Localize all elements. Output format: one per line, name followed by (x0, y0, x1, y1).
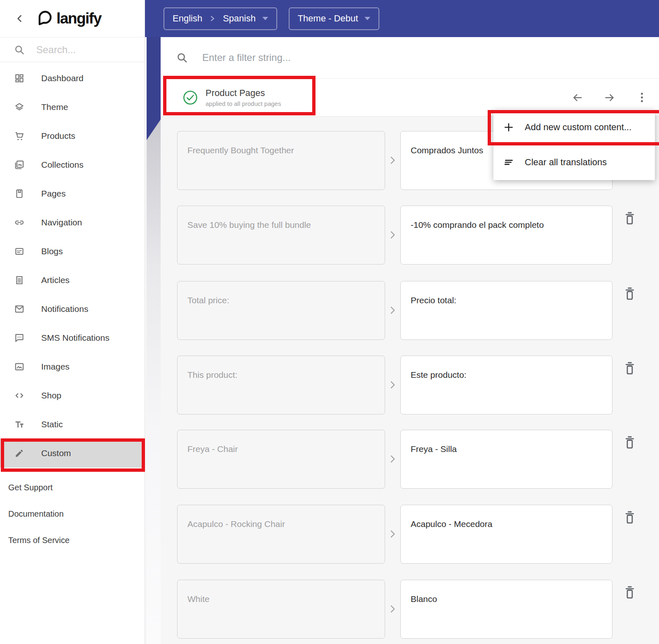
sidebar-item-label: Custom (41, 448, 71, 458)
page-title: Product Pages (206, 88, 281, 98)
delete-row-button[interactable] (623, 435, 637, 451)
chevron-right-icon (387, 229, 398, 240)
translation-row: Freya - Chair Freya - Silla (161, 430, 659, 489)
delete-row-button[interactable] (623, 211, 637, 227)
terms-of-service-link[interactable]: Terms of Service (0, 527, 145, 553)
dropdown-caret-icon (365, 17, 370, 20)
kebab-menu-icon (641, 93, 643, 102)
sidebar-item-collections[interactable]: Collections (0, 150, 145, 179)
target-language-label: Spanish (223, 13, 256, 24)
filter-input[interactable] (202, 52, 532, 63)
sidebar-item-label: Collections (41, 160, 84, 170)
langify-bubble-icon (35, 9, 54, 28)
source-text-box[interactable]: Acapulco - Rocking Chair (177, 505, 385, 564)
delete-row-button[interactable] (623, 286, 637, 302)
sidebar-item-blogs[interactable]: Blogs (0, 237, 145, 266)
langify-logo: langify (35, 9, 101, 28)
translation-row: Total price: Precio total: (161, 281, 659, 340)
delete-row-button[interactable] (623, 361, 637, 377)
add-new-custom-content-menu-item[interactable]: Add new custom content... (493, 110, 655, 145)
translation-row: Save 10% buying the full bundle -10% com… (161, 206, 659, 265)
arrow-right-icon (604, 92, 615, 103)
sidebar-item-label: Dashboard (41, 73, 84, 83)
sidebar-nav: Dashboard Theme Products Collections Pag… (0, 62, 145, 468)
translation-text-box[interactable]: Precio total: (400, 281, 612, 340)
documentation-link[interactable]: Documentation (0, 501, 145, 527)
chevron-right-icon (210, 15, 215, 22)
next-page-button[interactable] (604, 92, 615, 103)
sidebar-item-label: Images (41, 362, 70, 372)
chevron-right-icon (387, 379, 398, 390)
get-support-link[interactable]: Get Support (0, 474, 145, 501)
translation-text-box[interactable]: Este producto: (400, 356, 612, 415)
source-text-box[interactable]: Total price: (177, 281, 385, 340)
source-text-box[interactable]: Save 10% buying the full bundle (177, 206, 385, 265)
translation-text-box[interactable]: Freya - Silla (400, 430, 612, 489)
translation-text-box[interactable]: Acapulco - Mecedora (400, 505, 612, 564)
delete-row-button[interactable] (623, 510, 637, 526)
text-format-icon (14, 419, 25, 430)
topbar: English Spanish Theme - Debut (145, 0, 659, 37)
sidebar-header: langify (0, 0, 145, 37)
search-icon (14, 44, 25, 56)
sidebar-item-dashboard[interactable]: Dashboard (0, 64, 145, 93)
sidebar-item-navigation[interactable]: Navigation (0, 208, 145, 237)
source-text-box[interactable]: White (177, 580, 385, 639)
sidebar-search-input[interactable] (36, 44, 127, 56)
page-subtitle: applied to all product pages (206, 100, 281, 107)
arrow-left-icon (572, 92, 583, 103)
translation-row: White Blanco (161, 580, 659, 639)
language-pair-selector[interactable]: English Spanish (164, 7, 277, 30)
sidebar-item-custom[interactable]: Custom (0, 439, 145, 468)
footer-link-label: Get Support (8, 483, 53, 492)
section-titles: Product Pages applied to all product pag… (206, 88, 281, 107)
sidebar-footer-links: Get Support Documentation Terms of Servi… (0, 474, 145, 553)
chevron-right-icon (387, 529, 398, 539)
sidebar-item-label: Blogs (41, 246, 63, 256)
chevron-right-icon (387, 155, 398, 166)
translation-text-box[interactable]: -10% comprando el pack completo (400, 206, 612, 265)
footer-link-label: Terms of Service (8, 536, 70, 545)
source-text-box[interactable]: This product: (177, 356, 385, 415)
chevron-right-icon (387, 604, 398, 614)
clear-all-translations-menu-item[interactable]: Clear all translations (493, 145, 655, 180)
sidebar: langify Dashboard Theme Products Collect… (0, 0, 145, 644)
blog-card-icon (14, 246, 25, 257)
link-icon (14, 217, 25, 228)
more-options-button[interactable] (636, 92, 647, 103)
indigo-wedge (147, 37, 161, 140)
sidebar-item-label: Articles (41, 275, 70, 285)
source-text-box[interactable]: Frequently Bought Together (177, 131, 385, 190)
back-button[interactable] (12, 11, 27, 26)
translation-row: Acapulco - Rocking Chair Acapulco - Mece… (161, 505, 659, 564)
sidebar-item-label: Products (41, 131, 75, 141)
image-icon (14, 361, 25, 372)
sidebar-item-label: Notifications (41, 304, 88, 314)
sidebar-item-images[interactable]: Images (0, 352, 145, 381)
sidebar-item-static[interactable]: Static (0, 410, 145, 439)
sidebar-item-sms-notifications[interactable]: SMS Notifications (0, 323, 145, 352)
plus-icon (503, 122, 514, 133)
translation-text-box[interactable]: Blanco (400, 580, 612, 639)
sidebar-item-pages[interactable]: Pages (0, 179, 145, 208)
source-text-box[interactable]: Freya - Chair (177, 430, 385, 489)
menu-item-label: Clear all translations (525, 157, 607, 168)
chevron-left-icon (14, 13, 25, 24)
translation-list: Frequently Bought Together Comprados Jun… (161, 117, 659, 644)
sidebar-item-theme[interactable]: Theme (0, 93, 145, 122)
check-circle-icon (182, 89, 199, 106)
menu-item-label: Add new custom content... (525, 122, 631, 133)
sidebar-item-articles[interactable]: Articles (0, 266, 145, 295)
sidebar-item-notifications[interactable]: Notifications (0, 295, 145, 323)
sidebar-item-shop[interactable]: Shop (0, 381, 145, 410)
theme-selector[interactable]: Theme - Debut (289, 7, 380, 30)
sidebar-item-products[interactable]: Products (0, 122, 145, 150)
previous-page-button[interactable] (572, 92, 583, 103)
sidebar-item-label: Theme (41, 102, 68, 112)
context-menu: Add new custom content... Clear all tran… (493, 110, 655, 180)
delete-row-button[interactable] (623, 585, 637, 601)
sidebar-item-label: SMS Notifications (41, 333, 110, 343)
layers-icon (14, 102, 25, 112)
sidebar-item-label: Static (41, 419, 63, 429)
code-brackets-icon (14, 390, 25, 401)
